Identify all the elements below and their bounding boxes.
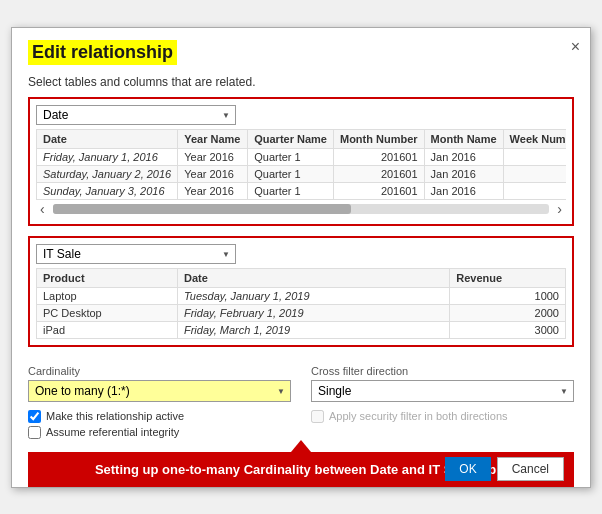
table1-data: Date Year Name Quarter Name Month Number… [36,129,566,200]
scroll-right-icon[interactable]: › [553,201,566,217]
table2-data: Product Date Revenue Laptop Tuesday, Jan… [36,268,566,339]
table2-row3-date: Friday, March 1, 2019 [177,321,449,338]
table1-scrollbar: ‹ › [36,200,566,218]
edit-relationship-dialog: Edit relationship × Select tables and co… [11,27,591,488]
table2-row2-product: PC Desktop [37,304,178,321]
table1-scroll-wrapper: Date Year Name Quarter Name Month Number… [36,129,566,218]
close-button[interactable]: × [571,38,580,56]
table1-row1-year: Year 2016 [178,148,248,165]
table2-col-revenue: Revenue [450,268,566,287]
table-row: PC Desktop Friday, February 1, 2019 2000 [37,304,566,321]
referential-checkbox[interactable] [28,426,41,439]
active-checkbox[interactable] [28,410,41,423]
scrollbar-track[interactable] [53,204,550,214]
table2-row2-date: Friday, February 1, 2019 [177,304,449,321]
table1-dropdown-wrapper: Date IT Sale [36,105,566,125]
footer-buttons: OK Cancel [445,457,564,481]
table1-row3-year: Year 2016 [178,182,248,199]
cross-filter-group: Cross filter direction Single Both [311,365,574,402]
active-checkbox-label: Make this relationship active [46,410,184,422]
table1-col-date: Date [37,129,178,148]
dialog-body: Date IT Sale Date Year Name Quarter Name… [12,97,590,347]
table1-col-monthname: Month Name [424,129,503,148]
scroll-left-icon[interactable]: ‹ [36,201,49,217]
table2-select[interactable]: IT Sale Date [36,244,236,264]
table1-dropdown[interactable]: Date IT Sale [36,105,236,125]
dialog-subtitle: Select tables and columns that are relat… [12,69,590,97]
table1-col-monthnum: Month Number [333,129,424,148]
cross-filter-select[interactable]: Single Both [311,380,574,402]
cross-filter-label: Cross filter direction [311,365,574,377]
table1-section: Date IT Sale Date Year Name Quarter Name… [28,97,574,226]
table2-row1-revenue: 1000 [450,287,566,304]
security-checkbox-item: Apply security filter in both directions [311,410,574,423]
ok-button[interactable]: OK [445,457,490,481]
table1-select[interactable]: Date IT Sale [36,105,236,125]
tooltip-wrapper: Setting up one-to-many Cardinality betwe… [28,452,574,487]
referential-checkbox-label: Assume referential integrity [46,426,179,438]
table1-row3-monthname: Jan 2016 [424,182,503,199]
table1-row3-date: Sunday, January 3, 2016 [37,182,178,199]
table-row: Sunday, January 3, 2016 Year 2016 Quarte… [37,182,567,199]
tooltip-banner: Setting up one-to-many Cardinality betwe… [28,452,574,487]
options-row: Cardinality One to many (1:*) Many to on… [12,357,590,406]
table2-section: IT Sale Date Product Date Revenue Laptop [28,236,574,347]
cardinality-label: Cardinality [28,365,291,377]
table1-row2-weeknum: 1 [503,165,566,182]
table2-row1-product: Laptop [37,287,178,304]
table-row: Saturday, January 2, 2016 Year 2016 Quar… [37,165,567,182]
security-checkbox-label: Apply security filter in both directions [329,410,508,422]
table-row: iPad Friday, March 1, 2019 3000 [37,321,566,338]
dialog-title: Edit relationship [28,40,177,65]
active-checkbox-item: Make this relationship active [28,410,291,423]
security-checkbox[interactable] [311,410,324,423]
table2-row2-revenue: 2000 [450,304,566,321]
tooltip-triangle [291,440,311,452]
table1-row3-weeknum: 2 [503,182,566,199]
dialog-header: Edit relationship × [12,28,590,69]
table2-col-date: Date [177,268,449,287]
table1-row2-quarter: Quarter 1 [248,165,334,182]
table1-row2-year: Year 2016 [178,165,248,182]
table1-col-year: Year Name [178,129,248,148]
cross-filter-dropdown-wrapper[interactable]: Single Both [311,380,574,402]
table-row: Friday, January 1, 2016 Year 2016 Quarte… [37,148,567,165]
referential-checkbox-item: Assume referential integrity [28,426,291,439]
table1-row2-monthnum: 201601 [333,165,424,182]
table1-col-quarter: Quarter Name [248,129,334,148]
table2-row3-product: iPad [37,321,178,338]
table2-dropdown[interactable]: IT Sale Date [36,244,236,264]
cardinality-dropdown-wrapper[interactable]: One to many (1:*) Many to one (*:1) One … [28,380,291,402]
cardinality-group: Cardinality One to many (1:*) Many to on… [28,365,291,402]
table1-row1-quarter: Quarter 1 [248,148,334,165]
left-checkboxes: Make this relationship active Assume ref… [28,410,291,442]
table2-row1-date: Tuesday, January 1, 2019 [177,287,449,304]
table1-row1-monthnum: 201601 [333,148,424,165]
table1-row1-weeknum: 1 [503,148,566,165]
table1-row3-monthnum: 201601 [333,182,424,199]
table1-row1-date: Friday, January 1, 2016 [37,148,178,165]
table1-col-weeknum: Week Number [503,129,566,148]
table1-row2-date: Saturday, January 2, 2016 [37,165,178,182]
cardinality-select[interactable]: One to many (1:*) Many to one (*:1) One … [28,380,291,402]
table2-col-product: Product [37,268,178,287]
table1-row3-quarter: Quarter 1 [248,182,334,199]
table1-row1-monthname: Jan 2016 [424,148,503,165]
table-row: Laptop Tuesday, January 1, 2019 1000 [37,287,566,304]
table2-row3-revenue: 3000 [450,321,566,338]
right-checkboxes: Apply security filter in both directions [311,410,574,426]
scrollbar-thumb [53,204,351,214]
table2-dropdown-wrapper: IT Sale Date [36,244,566,264]
table1-row2-monthname: Jan 2016 [424,165,503,182]
cancel-button[interactable]: Cancel [497,457,564,481]
